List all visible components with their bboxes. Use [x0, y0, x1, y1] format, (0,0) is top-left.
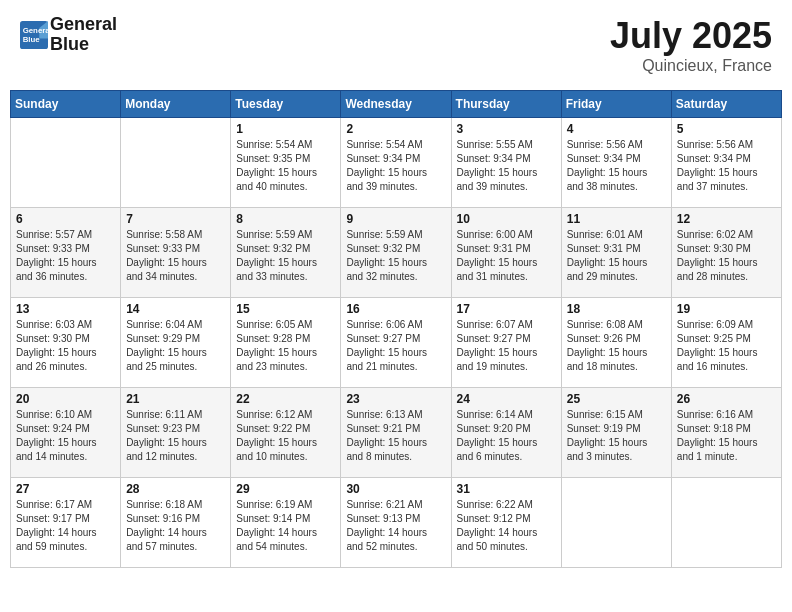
logo-text: General Blue [50, 15, 117, 55]
day-number: 7 [126, 212, 225, 226]
calendar-day-15: 15Sunrise: 6:05 AM Sunset: 9:28 PM Dayli… [231, 298, 341, 388]
empty-cell [671, 478, 781, 568]
day-header-wednesday: Wednesday [341, 91, 451, 118]
day-info: Sunrise: 5:59 AM Sunset: 9:32 PM Dayligh… [346, 228, 445, 284]
calendar-week-row: 20Sunrise: 6:10 AM Sunset: 9:24 PM Dayli… [11, 388, 782, 478]
day-info: Sunrise: 6:06 AM Sunset: 9:27 PM Dayligh… [346, 318, 445, 374]
day-info: Sunrise: 5:58 AM Sunset: 9:33 PM Dayligh… [126, 228, 225, 284]
calendar-day-1: 1Sunrise: 5:54 AM Sunset: 9:35 PM Daylig… [231, 118, 341, 208]
day-info: Sunrise: 6:02 AM Sunset: 9:30 PM Dayligh… [677, 228, 776, 284]
logo: General Blue General Blue [20, 15, 117, 55]
day-header-friday: Friday [561, 91, 671, 118]
day-number: 4 [567, 122, 666, 136]
month-title: July 2025 [610, 15, 772, 57]
day-info: Sunrise: 6:03 AM Sunset: 9:30 PM Dayligh… [16, 318, 115, 374]
calendar-day-29: 29Sunrise: 6:19 AM Sunset: 9:14 PM Dayli… [231, 478, 341, 568]
empty-cell [561, 478, 671, 568]
calendar-day-2: 2Sunrise: 5:54 AM Sunset: 9:34 PM Daylig… [341, 118, 451, 208]
day-info: Sunrise: 5:56 AM Sunset: 9:34 PM Dayligh… [567, 138, 666, 194]
day-info: Sunrise: 6:07 AM Sunset: 9:27 PM Dayligh… [457, 318, 556, 374]
location: Quincieux, France [610, 57, 772, 75]
calendar-day-11: 11Sunrise: 6:01 AM Sunset: 9:31 PM Dayli… [561, 208, 671, 298]
day-number: 15 [236, 302, 335, 316]
empty-cell [11, 118, 121, 208]
day-header-saturday: Saturday [671, 91, 781, 118]
day-info: Sunrise: 5:56 AM Sunset: 9:34 PM Dayligh… [677, 138, 776, 194]
calendar-day-22: 22Sunrise: 6:12 AM Sunset: 9:22 PM Dayli… [231, 388, 341, 478]
day-header-monday: Monday [121, 91, 231, 118]
day-header-thursday: Thursday [451, 91, 561, 118]
day-number: 8 [236, 212, 335, 226]
day-number: 22 [236, 392, 335, 406]
calendar-day-13: 13Sunrise: 6:03 AM Sunset: 9:30 PM Dayli… [11, 298, 121, 388]
calendar-day-28: 28Sunrise: 6:18 AM Sunset: 9:16 PM Dayli… [121, 478, 231, 568]
calendar-day-17: 17Sunrise: 6:07 AM Sunset: 9:27 PM Dayli… [451, 298, 561, 388]
day-number: 23 [346, 392, 445, 406]
day-number: 31 [457, 482, 556, 496]
calendar-day-7: 7Sunrise: 5:58 AM Sunset: 9:33 PM Daylig… [121, 208, 231, 298]
calendar-day-19: 19Sunrise: 6:09 AM Sunset: 9:25 PM Dayli… [671, 298, 781, 388]
day-info: Sunrise: 6:09 AM Sunset: 9:25 PM Dayligh… [677, 318, 776, 374]
day-number: 5 [677, 122, 776, 136]
calendar-day-23: 23Sunrise: 6:13 AM Sunset: 9:21 PM Dayli… [341, 388, 451, 478]
calendar-day-18: 18Sunrise: 6:08 AM Sunset: 9:26 PM Dayli… [561, 298, 671, 388]
calendar-day-14: 14Sunrise: 6:04 AM Sunset: 9:29 PM Dayli… [121, 298, 231, 388]
day-number: 6 [16, 212, 115, 226]
day-number: 1 [236, 122, 335, 136]
calendar-day-8: 8Sunrise: 5:59 AM Sunset: 9:32 PM Daylig… [231, 208, 341, 298]
calendar-day-4: 4Sunrise: 5:56 AM Sunset: 9:34 PM Daylig… [561, 118, 671, 208]
day-info: Sunrise: 6:11 AM Sunset: 9:23 PM Dayligh… [126, 408, 225, 464]
day-number: 29 [236, 482, 335, 496]
day-info: Sunrise: 6:16 AM Sunset: 9:18 PM Dayligh… [677, 408, 776, 464]
empty-cell [121, 118, 231, 208]
day-number: 13 [16, 302, 115, 316]
calendar-week-row: 13Sunrise: 6:03 AM Sunset: 9:30 PM Dayli… [11, 298, 782, 388]
calendar-day-30: 30Sunrise: 6:21 AM Sunset: 9:13 PM Dayli… [341, 478, 451, 568]
day-info: Sunrise: 5:54 AM Sunset: 9:34 PM Dayligh… [346, 138, 445, 194]
svg-text:General: General [23, 26, 48, 35]
calendar-week-row: 1Sunrise: 5:54 AM Sunset: 9:35 PM Daylig… [11, 118, 782, 208]
calendar-day-27: 27Sunrise: 6:17 AM Sunset: 9:17 PM Dayli… [11, 478, 121, 568]
day-info: Sunrise: 6:01 AM Sunset: 9:31 PM Dayligh… [567, 228, 666, 284]
day-info: Sunrise: 6:05 AM Sunset: 9:28 PM Dayligh… [236, 318, 335, 374]
day-number: 28 [126, 482, 225, 496]
day-info: Sunrise: 5:57 AM Sunset: 9:33 PM Dayligh… [16, 228, 115, 284]
day-number: 30 [346, 482, 445, 496]
day-info: Sunrise: 6:18 AM Sunset: 9:16 PM Dayligh… [126, 498, 225, 554]
day-info: Sunrise: 5:59 AM Sunset: 9:32 PM Dayligh… [236, 228, 335, 284]
day-number: 9 [346, 212, 445, 226]
svg-text:Blue: Blue [23, 35, 41, 44]
calendar-day-12: 12Sunrise: 6:02 AM Sunset: 9:30 PM Dayli… [671, 208, 781, 298]
day-number: 20 [16, 392, 115, 406]
day-info: Sunrise: 6:12 AM Sunset: 9:22 PM Dayligh… [236, 408, 335, 464]
day-info: Sunrise: 5:54 AM Sunset: 9:35 PM Dayligh… [236, 138, 335, 194]
calendar-day-5: 5Sunrise: 5:56 AM Sunset: 9:34 PM Daylig… [671, 118, 781, 208]
day-number: 14 [126, 302, 225, 316]
day-number: 21 [126, 392, 225, 406]
day-info: Sunrise: 6:10 AM Sunset: 9:24 PM Dayligh… [16, 408, 115, 464]
day-number: 12 [677, 212, 776, 226]
day-number: 18 [567, 302, 666, 316]
day-header-tuesday: Tuesday [231, 91, 341, 118]
day-number: 19 [677, 302, 776, 316]
page-header: General Blue General Blue July 2025 Quin… [10, 10, 782, 80]
day-info: Sunrise: 6:08 AM Sunset: 9:26 PM Dayligh… [567, 318, 666, 374]
day-info: Sunrise: 6:19 AM Sunset: 9:14 PM Dayligh… [236, 498, 335, 554]
day-header-sunday: Sunday [11, 91, 121, 118]
calendar-day-31: 31Sunrise: 6:22 AM Sunset: 9:12 PM Dayli… [451, 478, 561, 568]
day-number: 16 [346, 302, 445, 316]
day-number: 26 [677, 392, 776, 406]
day-number: 27 [16, 482, 115, 496]
title-area: July 2025 Quincieux, France [610, 15, 772, 75]
day-info: Sunrise: 6:14 AM Sunset: 9:20 PM Dayligh… [457, 408, 556, 464]
calendar-week-row: 6Sunrise: 5:57 AM Sunset: 9:33 PM Daylig… [11, 208, 782, 298]
day-info: Sunrise: 6:15 AM Sunset: 9:19 PM Dayligh… [567, 408, 666, 464]
logo-icon: General Blue [20, 21, 48, 49]
day-info: Sunrise: 5:55 AM Sunset: 9:34 PM Dayligh… [457, 138, 556, 194]
calendar-day-24: 24Sunrise: 6:14 AM Sunset: 9:20 PM Dayli… [451, 388, 561, 478]
calendar-day-10: 10Sunrise: 6:00 AM Sunset: 9:31 PM Dayli… [451, 208, 561, 298]
calendar-day-26: 26Sunrise: 6:16 AM Sunset: 9:18 PM Dayli… [671, 388, 781, 478]
day-info: Sunrise: 6:21 AM Sunset: 9:13 PM Dayligh… [346, 498, 445, 554]
calendar-table: SundayMondayTuesdayWednesdayThursdayFrid… [10, 90, 782, 568]
calendar-day-21: 21Sunrise: 6:11 AM Sunset: 9:23 PM Dayli… [121, 388, 231, 478]
